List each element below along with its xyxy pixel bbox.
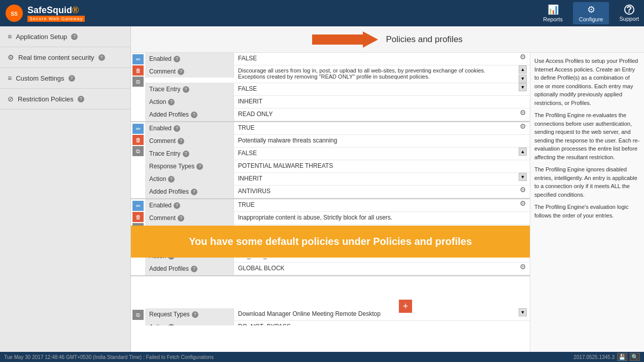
row-value: Potentially malware threats scanning [234, 135, 516, 147]
table-row: Action ? INHERIT ▼ [145, 173, 530, 186]
row-label: Trace Entry ? [145, 83, 234, 95]
gear-button[interactable]: ⚙ [520, 53, 526, 61]
help-icon[interactable]: ? [191, 112, 197, 118]
help-icon[interactable]: ? [196, 163, 203, 170]
table-row: Comment ? Inappropriate content is abuse… [145, 212, 530, 225]
sidebar-item-app-setup[interactable]: ≡ Application Setup ? [0, 26, 130, 47]
logo-brand: SafeSquid® [27, 5, 85, 16]
right-panel-para-3: The Profiling Engine ignores disabled en… [534, 165, 640, 199]
scroll-down-button[interactable]: ▼ [519, 75, 527, 83]
help-icon[interactable]: ? [168, 99, 175, 105]
help-icon[interactable]: ? [174, 202, 180, 209]
help-icon[interactable]: ? [183, 86, 189, 93]
row-label: Comment ? [145, 65, 234, 78]
row-label: Action ? [145, 173, 234, 185]
row-control: ▲ [516, 148, 530, 156]
nav-configure[interactable]: ⚙ Configure [573, 2, 609, 24]
scroll-down-button[interactable]: ▼ [519, 83, 527, 91]
row-control: ⚙ [516, 53, 530, 61]
restriction-help-icon[interactable]: ? [78, 96, 84, 102]
app-setup-help-icon[interactable]: ? [71, 33, 78, 40]
edit-button-1[interactable]: ✏ [132, 54, 144, 64]
help-icon[interactable]: ? [168, 324, 175, 326]
row-control: ⚙ [516, 199, 530, 207]
configure-icon: ⚙ [587, 4, 595, 15]
right-panel: Use Access Profiles to setup your Profil… [530, 53, 644, 352]
row-control: ▼ [516, 173, 530, 181]
yellow-banner-text: You have some default policies under Pol… [189, 236, 472, 247]
table-row: Comment ? Potentially malware threats sc… [145, 135, 530, 148]
row-control: ⚙ [516, 263, 530, 271]
right-panel-para-2: The Profiling Engine re-evaluates the co… [534, 111, 640, 161]
row-label: Comment ? [145, 135, 234, 147]
help-icon[interactable]: ? [192, 311, 198, 318]
arrow-banner: Policies and profiles [131, 26, 644, 53]
row-label: Enabled ? [145, 53, 234, 65]
gear-button[interactable]: ⚙ [520, 122, 526, 130]
copy-button-4[interactable]: ⧉ [132, 310, 144, 320]
copy-button-2[interactable]: ⧉ [132, 146, 144, 156]
sidebar-item-restriction[interactable]: ⊘ Restriction Policies ? [0, 89, 130, 110]
add-button[interactable]: + [399, 300, 412, 313]
delete-button-1[interactable]: 🗑 [132, 65, 144, 76]
table-row: Action ? INHERIT [145, 96, 530, 108]
scroll-down-button[interactable]: ▼ [519, 308, 527, 316]
row-value: TRUE [234, 199, 516, 211]
delete-button-3[interactable]: 🗑 [132, 212, 144, 222]
gear-button[interactable]: ⚙ [520, 199, 526, 207]
gear-button[interactable]: ⚙ [520, 108, 526, 117]
svg-text:SS: SS [11, 11, 18, 17]
sidebar-item-realtime-label: Real time content security [18, 54, 94, 61]
gear-button[interactable]: ⚙ [520, 263, 526, 271]
row-label: Trace Entry ? [145, 148, 234, 160]
right-panel-para-1: Use Access Profiles to setup your Profil… [534, 57, 640, 107]
custom-settings-icon: ≡ [8, 74, 12, 82]
content: Policies and profiles ✏ 🗑 ⧉ Enabled ? [131, 26, 644, 352]
nav-reports[interactable]: 📊 Reports [543, 4, 563, 22]
row-control: ⚙ [516, 186, 530, 194]
support-icon: ? [624, 5, 634, 15]
row-control: ▼ [516, 83, 530, 91]
help-icon[interactable]: ? [178, 68, 184, 75]
edit-button-3[interactable]: ✏ [132, 201, 144, 211]
logo-area: SS SafeSquid® Secure Web Gateway [5, 4, 85, 22]
arrow-icon [312, 31, 378, 48]
row-value: POTENTIAL MALWARE THREATS [234, 160, 516, 172]
nav-support[interactable]: ? Support [619, 5, 639, 22]
help-icon[interactable]: ? [191, 189, 197, 195]
row-control: ⚙ [516, 108, 530, 117]
row-value: Discourage all users from log in, post, … [234, 65, 516, 82]
custom-settings-help-icon[interactable]: ? [69, 75, 75, 82]
help-icon[interactable]: ? [174, 125, 180, 132]
scroll-up-button[interactable]: ▲ [519, 65, 527, 74]
realtime-help-icon[interactable]: ? [98, 54, 105, 61]
reports-icon: 📊 [548, 4, 559, 15]
edit-button-2[interactable]: ✏ [132, 124, 144, 134]
row-label: Action ? [145, 321, 234, 325]
table-row: Request Types ? Download Manager Online … [145, 308, 530, 321]
save-icon-button[interactable]: 💾 [617, 353, 627, 361]
right-panel-para-4: The Profiling Engine's evaluation logic … [534, 203, 640, 220]
table-area[interactable]: ✏ 🗑 ⧉ Enabled ? FALSE ⚙ [131, 53, 530, 325]
sidebar-item-custom-settings-label: Custom Settings [16, 75, 64, 82]
help-icon[interactable]: ? [178, 138, 184, 144]
help-icon[interactable]: ? [174, 56, 180, 62]
help-icon[interactable]: ? [178, 215, 184, 222]
row-value: Download Manager Online Meeting Remote D… [234, 308, 516, 320]
scroll-up-button[interactable]: ▲ [519, 148, 527, 156]
help-icon[interactable]: ? [183, 151, 189, 157]
delete-button-2[interactable]: 🗑 [132, 135, 144, 145]
logo-subtitle: Secure Web Gateway [27, 16, 85, 22]
scroll-down-button[interactable]: ▼ [519, 173, 527, 181]
sidebar-item-custom-settings[interactable]: ≡ Custom Settings ? [0, 68, 130, 89]
search-icon-button[interactable]: 🔍 [630, 353, 640, 361]
table-row: Added Profiles ? ANTIVIRUS ⚙ [145, 186, 530, 198]
help-icon[interactable]: ? [168, 176, 175, 183]
gear-button[interactable]: ⚙ [520, 186, 526, 194]
sidebar-item-realtime[interactable]: ⚙ Real time content security ? [0, 47, 130, 68]
table-row: Added Profiles ? READ ONLY ⚙ [145, 108, 530, 121]
help-icon[interactable]: ? [191, 266, 197, 272]
copy-button-1[interactable]: ⧉ [132, 77, 144, 87]
table-row: Enabled ? TRUE ⚙ [145, 122, 530, 135]
row-control: ▼ [516, 308, 530, 316]
